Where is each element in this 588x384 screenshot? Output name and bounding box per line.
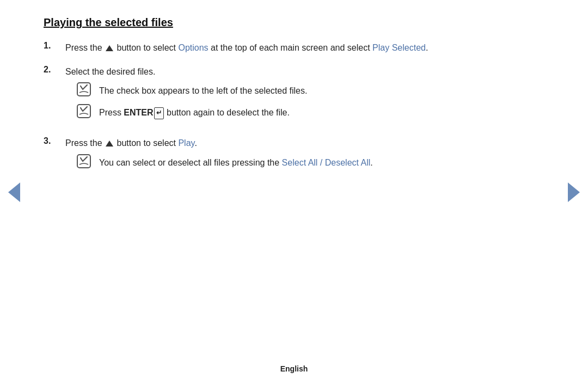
enter-key-icon: ↵ bbox=[154, 107, 164, 119]
triangle-up-icon-3 bbox=[106, 141, 113, 147]
step-2-notes: The check box appears to the left of the… bbox=[65, 83, 544, 121]
step-3-number: 3. bbox=[44, 136, 65, 146]
footer-language: English bbox=[280, 364, 308, 373]
nav-arrow-right[interactable] bbox=[568, 182, 580, 202]
step-2: 2. Select the desired files. The check b… bbox=[44, 65, 544, 127]
svg-rect-2 bbox=[77, 155, 90, 168]
note-2-2-text: Press ENTER↵ button again to deselect th… bbox=[99, 105, 290, 120]
enter-arrow-icon: ↵ bbox=[156, 108, 162, 118]
page-title: Playing the selected files bbox=[44, 16, 544, 29]
note-icon-2-2 bbox=[76, 103, 94, 121]
step-3: 3. Press the button to select Play. You … bbox=[44, 136, 544, 176]
svg-rect-1 bbox=[77, 105, 90, 118]
step-1: 1. Press the button to select Options at… bbox=[44, 41, 544, 55]
select-all-deselect-all-link: Select All / Deselect All bbox=[282, 158, 371, 167]
note-2-1: The check box appears to the left of the… bbox=[65, 83, 544, 99]
note-2-2: Press ENTER↵ button again to deselect th… bbox=[65, 105, 544, 121]
step-1-number: 1. bbox=[44, 41, 65, 51]
play-selected-link: Play Selected bbox=[372, 43, 426, 52]
triangle-up-icon-1 bbox=[106, 45, 113, 51]
play-link: Play bbox=[178, 138, 194, 148]
note-2-1-text: The check box appears to the left of the… bbox=[99, 83, 307, 98]
nav-arrow-left[interactable] bbox=[8, 182, 20, 202]
step-2-content: Select the desired files. The check box … bbox=[65, 65, 544, 127]
step-1-content: Press the button to select Options at th… bbox=[65, 41, 544, 55]
steps-list: 1. Press the button to select Options at… bbox=[44, 41, 544, 176]
page-content: Playing the selected files 1. Press the … bbox=[0, 0, 588, 176]
options-link: Options bbox=[178, 43, 208, 52]
svg-rect-0 bbox=[77, 83, 90, 96]
step-3-content: Press the button to select Play. You can… bbox=[65, 136, 544, 176]
step-2-number: 2. bbox=[44, 65, 65, 75]
enter-bold: ENTER↵ bbox=[124, 108, 164, 117]
note-icon-3-1 bbox=[76, 154, 94, 171]
note-icon-2-1 bbox=[76, 82, 94, 99]
note-3-1-text: You can select or deselect all files pre… bbox=[99, 155, 373, 170]
note-3-1: You can select or deselect all files pre… bbox=[65, 155, 544, 171]
step-3-notes: You can select or deselect all files pre… bbox=[65, 155, 544, 171]
